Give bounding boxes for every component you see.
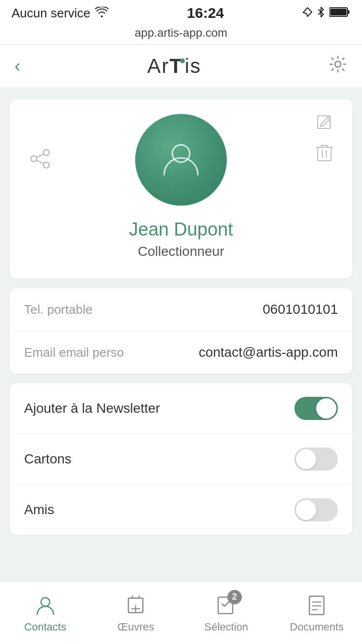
bluetooth-icon [317, 6, 325, 21]
svg-point-6 [31, 156, 37, 162]
email-label: Email email perso [24, 345, 124, 360]
svg-rect-11 [318, 147, 331, 161]
selection-badge: 2 [227, 590, 242, 604]
back-button[interactable]: ‹ [14, 57, 20, 75]
settings-button[interactable] [328, 55, 348, 78]
tab-bar: Contacts Œuvres 2 Sélection [0, 581, 362, 644]
amis-toggle[interactable] [294, 498, 338, 521]
svg-point-14 [41, 598, 50, 606]
app-logo: ArTis [147, 55, 201, 78]
toggle-knob [296, 500, 316, 520]
contacts-icon [33, 593, 58, 618]
top-nav: ‹ ArTis [0, 45, 362, 88]
profile-role: Collectionneur [24, 244, 338, 259]
status-time: 16:24 [187, 5, 224, 21]
newsletter-label: Ajouter à la Newsletter [24, 401, 160, 416]
status-bar: Aucun service 16:24 [0, 0, 362, 24]
svg-rect-2 [330, 9, 347, 15]
avatar-icon [159, 137, 203, 182]
address-bar: app.artis-app.com [0, 24, 362, 45]
info-card: Tel. portable 0601010101 Email email per… [10, 288, 352, 374]
toggle-knob [316, 398, 336, 419]
status-bar-right [302, 6, 350, 21]
email-value: contact@artis-app.com [199, 345, 338, 360]
tab-selection[interactable]: 2 Sélection [181, 593, 272, 633]
profile-card: Jean Dupont Collectionneur [10, 99, 352, 279]
svg-rect-1 [348, 10, 349, 14]
oeuvres-label: Œuvres [117, 621, 154, 633]
profile-card-top [24, 114, 338, 206]
svg-rect-10 [318, 116, 330, 128]
svg-point-5 [43, 162, 49, 168]
share-button[interactable] [29, 148, 51, 172]
newsletter-toggle[interactable] [294, 397, 338, 420]
toggle-row-newsletter: Ajouter à la Newsletter [10, 383, 352, 434]
edit-button[interactable] [316, 114, 333, 135]
svg-line-7 [37, 154, 43, 157]
toggles-card: Ajouter à la Newsletter Cartons Amis [10, 383, 352, 535]
battery-icon [329, 6, 350, 21]
amis-label: Amis [24, 502, 54, 518]
selection-icon: 2 [214, 593, 239, 618]
action-icons [316, 114, 333, 166]
wifi-icon [95, 6, 109, 21]
profile-name: Jean Dupont [24, 219, 338, 240]
toggle-row-cartons: Cartons [10, 434, 352, 485]
url-text: app.artis-app.com [135, 26, 227, 39]
selection-label: Sélection [204, 621, 248, 633]
oeuvres-icon [123, 593, 148, 618]
phone-value: 0601010101 [263, 302, 338, 317]
svg-line-8 [37, 160, 43, 164]
info-row-phone: Tel. portable 0601010101 [10, 288, 352, 331]
toggle-row-amis: Amis [10, 485, 352, 535]
toggle-knob [296, 449, 316, 469]
cartons-toggle[interactable] [294, 448, 338, 471]
status-bar-left: Aucun service [12, 6, 109, 21]
tab-oeuvres[interactable]: Œuvres [91, 593, 181, 633]
delete-button[interactable] [316, 143, 333, 166]
phone-label: Tel. portable [24, 302, 93, 317]
logo-dot [180, 58, 185, 63]
carrier-text: Aucun service [12, 6, 90, 21]
main-content: Jean Dupont Collectionneur Tel. portable… [0, 88, 362, 624]
svg-point-3 [335, 61, 341, 67]
svg-point-4 [43, 150, 49, 155]
location-icon [302, 6, 313, 21]
tab-contacts[interactable]: Contacts [0, 593, 91, 633]
documents-label: Documents [290, 621, 344, 633]
documents-icon [304, 593, 329, 618]
cartons-label: Cartons [24, 451, 71, 467]
contacts-label: Contacts [24, 621, 66, 633]
tab-documents[interactable]: Documents [272, 593, 362, 633]
info-row-email: Email email perso contact@artis-app.com [10, 331, 352, 374]
avatar [135, 114, 227, 206]
